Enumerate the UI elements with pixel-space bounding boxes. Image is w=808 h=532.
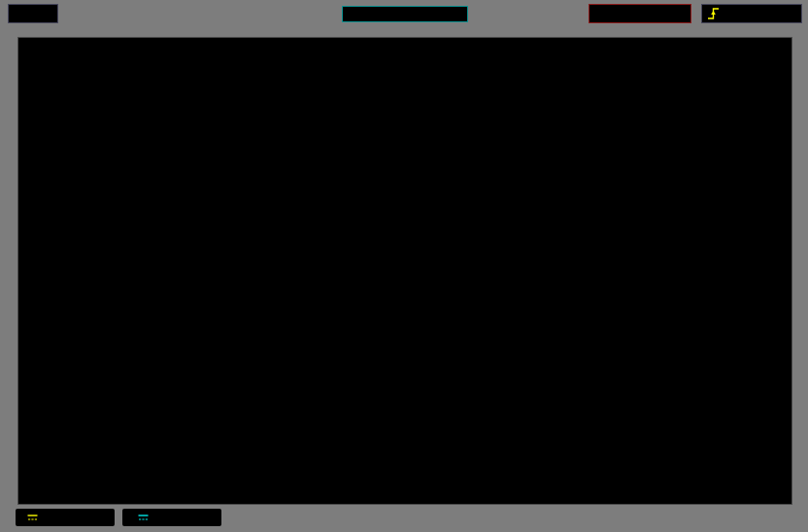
ch1-coupling-icon xyxy=(27,514,38,521)
ch2-coupling-icon xyxy=(138,514,149,521)
trigger-edge-icon xyxy=(707,7,720,20)
waveform-display xyxy=(18,38,791,504)
preview-waveform xyxy=(344,8,466,20)
timebase-display xyxy=(589,4,691,23)
ch2-settings[interactable] xyxy=(122,509,221,526)
trigger-level-marker[interactable] xyxy=(791,355,808,368)
trigger-info-panel xyxy=(701,4,802,23)
oscilloscope-app xyxy=(0,0,808,532)
scope-screen xyxy=(17,37,792,505)
ch1-settings[interactable] xyxy=(16,509,115,526)
horizontal-position-preview[interactable] xyxy=(342,6,468,22)
acquisition-status-badge xyxy=(8,4,58,23)
